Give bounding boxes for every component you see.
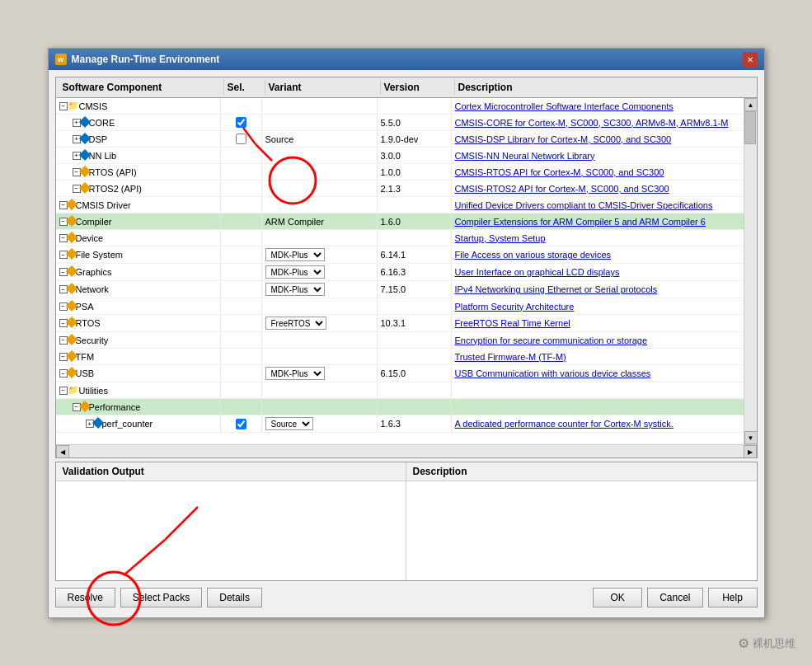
description-link[interactable]: Startup, System Setup xyxy=(455,233,546,243)
validation-header: Validation Output Description xyxy=(56,462,757,481)
scroll-left-arrow[interactable]: ◀ xyxy=(56,445,69,458)
blue-diamond-icon xyxy=(81,134,89,144)
close-button[interactable]: ✕ xyxy=(743,52,758,67)
scroll-down-arrow[interactable]: ▼ xyxy=(744,431,758,444)
folder-icon: 📁 xyxy=(68,385,79,396)
description-link[interactable]: CMSIS-DSP Library for Cortex-M, SC000, a… xyxy=(455,134,672,144)
description-link[interactable]: Unified Device Drivers compliant to CMSI… xyxy=(455,200,713,210)
component-name: RTOS (API) xyxy=(89,167,137,177)
variant-dropdown[interactable]: MDK-Plus xyxy=(265,367,325,380)
description-cell: Trusted Firmware-M (TF-M) xyxy=(452,349,744,364)
yellow-diamond-icon xyxy=(68,284,76,294)
version-cell xyxy=(378,332,452,348)
description-link[interactable]: A dedicated performance counter for Cort… xyxy=(455,419,674,429)
component-name-cell: + NN Lib xyxy=(56,148,221,163)
component-name-cell: − TFM xyxy=(56,349,221,364)
horizontal-scrollbar[interactable]: ◀ ▶ xyxy=(56,444,757,457)
component-name: Compiler xyxy=(76,217,112,227)
variant-dropdown[interactable]: Source xyxy=(265,417,313,430)
resolve-button[interactable]: Resolve xyxy=(55,588,115,607)
component-checkbox[interactable] xyxy=(236,134,246,144)
description-link[interactable]: Cortex Microcontroller Software Interfac… xyxy=(455,101,674,111)
yellow-diamond-icon xyxy=(81,184,89,194)
version-cell xyxy=(378,382,452,398)
scroll-up-arrow[interactable]: ▲ xyxy=(744,98,758,111)
expand-icon[interactable]: − xyxy=(59,102,68,110)
description-link[interactable]: File Access on various storage devices xyxy=(455,250,612,260)
description-link[interactable]: CMSIS-RTOS2 API for Cortex-M, SC000, and… xyxy=(455,184,669,194)
sel-cell xyxy=(221,382,262,398)
version-cell: 1.6.3 xyxy=(378,415,452,432)
component-name: Graphics xyxy=(76,267,112,277)
variant-dropdown[interactable]: MDK-Plus xyxy=(265,248,325,261)
description-cell: USB Communication with various device cl… xyxy=(452,365,744,382)
variant-cell xyxy=(262,399,378,415)
description-cell: CMSIS-NN Neural Network Library xyxy=(452,148,744,163)
validation-section: Validation Output Description xyxy=(55,462,758,581)
description-cell: CMSIS-DSP Library for Cortex-M, SC000, a… xyxy=(452,131,744,147)
component-checkbox[interactable] xyxy=(236,117,246,128)
sel-cell xyxy=(221,281,262,298)
component-checkbox[interactable] xyxy=(236,419,246,429)
description-link[interactable]: USB Communication with various device cl… xyxy=(455,368,651,378)
table-row: + DSPSource1.9.0-devCMSIS-DSP Library fo… xyxy=(56,131,744,148)
component-name: Security xyxy=(76,335,109,345)
table-row: − File SystemMDK-Plus6.14.1File Access o… xyxy=(56,246,744,264)
variant-dropdown[interactable]: MDK-Plus xyxy=(265,265,325,279)
description-link[interactable]: IPv4 Networking using Ethernet or Serial… xyxy=(455,284,658,294)
table-row: − SecurityEncryption for secure communic… xyxy=(56,332,744,349)
sel-cell xyxy=(221,399,262,415)
component-name: Utilities xyxy=(79,386,108,396)
vertical-scrollbar[interactable]: ▲ ▼ xyxy=(744,98,757,444)
table-row: − DeviceStartup, System Setup xyxy=(56,230,744,246)
version-text: 5.5.0 xyxy=(381,118,401,128)
description-link[interactable]: CMSIS-RTOS API for Cortex-M, SC000, and … xyxy=(455,167,664,177)
component-name: CORE xyxy=(89,118,115,128)
version-text: 1.0.0 xyxy=(381,167,401,177)
version-cell xyxy=(378,230,452,246)
description-cell: A dedicated performance counter for Cort… xyxy=(452,415,744,432)
sel-cell xyxy=(221,213,262,229)
sel-cell xyxy=(221,230,262,246)
variant-cell xyxy=(262,230,378,246)
table-row: − RTOS2 (API)2.1.3CMSIS-RTOS2 API for Co… xyxy=(56,181,744,197)
table-body: − 📁 CMSISCortex Microcontroller Software… xyxy=(56,98,744,444)
component-name-cell: − Network xyxy=(56,281,221,298)
description-cell: IPv4 Networking using Ethernet or Serial… xyxy=(452,281,744,298)
scroll-thumb[interactable] xyxy=(744,111,756,144)
expand-icon[interactable]: − xyxy=(59,387,68,395)
version-text: 2.1.3 xyxy=(381,184,401,194)
details-button[interactable]: Details xyxy=(207,588,262,607)
description-link[interactable]: CMSIS-CORE for Cortex-M, SC000, SC300, A… xyxy=(455,118,729,128)
cancel-button[interactable]: Cancel xyxy=(647,588,702,607)
description-link[interactable]: Platform Security Architecture xyxy=(455,302,575,312)
description-cell: File Access on various storage devices xyxy=(452,246,744,263)
help-button[interactable]: Help xyxy=(708,588,758,607)
version-cell: 3.0.0 xyxy=(378,148,452,163)
ok-button[interactable]: OK xyxy=(593,588,642,607)
description-link[interactable]: Trusted Firmware-M (TF-M) xyxy=(455,352,566,362)
component-name: RTOS xyxy=(76,318,101,328)
description-link[interactable]: CMSIS-NN Neural Network Library xyxy=(455,151,595,161)
version-cell xyxy=(378,399,452,415)
variant-dropdown[interactable]: MDK-Plus xyxy=(265,283,325,296)
component-name-cell: − Performance xyxy=(56,399,221,415)
description-cell: User Interface on graphical LCD displays xyxy=(452,264,744,280)
variant-cell: Source xyxy=(262,131,378,147)
description-link[interactable]: Encryption for secure communication or s… xyxy=(455,335,648,345)
description-link[interactable]: Compiler Extensions for ARM Compiler 5 a… xyxy=(455,217,706,227)
component-name: Performance xyxy=(89,402,141,412)
select-packs-button[interactable]: Select Packs xyxy=(120,588,202,607)
description-link[interactable]: User Interface on graphical LCD displays xyxy=(455,267,620,277)
title-bar-left: W Manage Run-Time Environment xyxy=(55,54,220,65)
description-link[interactable]: FreeRTOS Real Time Kernel xyxy=(455,318,570,328)
component-name: CMSIS Driver xyxy=(76,200,131,210)
variant-cell: Source xyxy=(262,415,378,432)
description-cell: Cortex Microcontroller Software Interfac… xyxy=(452,98,744,114)
component-name: Network xyxy=(76,284,109,294)
variant-dropdown[interactable]: FreeRTOS xyxy=(265,317,326,330)
sel-cell xyxy=(221,298,262,314)
variant-cell: FreeRTOS xyxy=(262,315,378,331)
table-row: − Performance xyxy=(56,399,744,415)
scroll-right-arrow[interactable]: ▶ xyxy=(744,445,757,458)
